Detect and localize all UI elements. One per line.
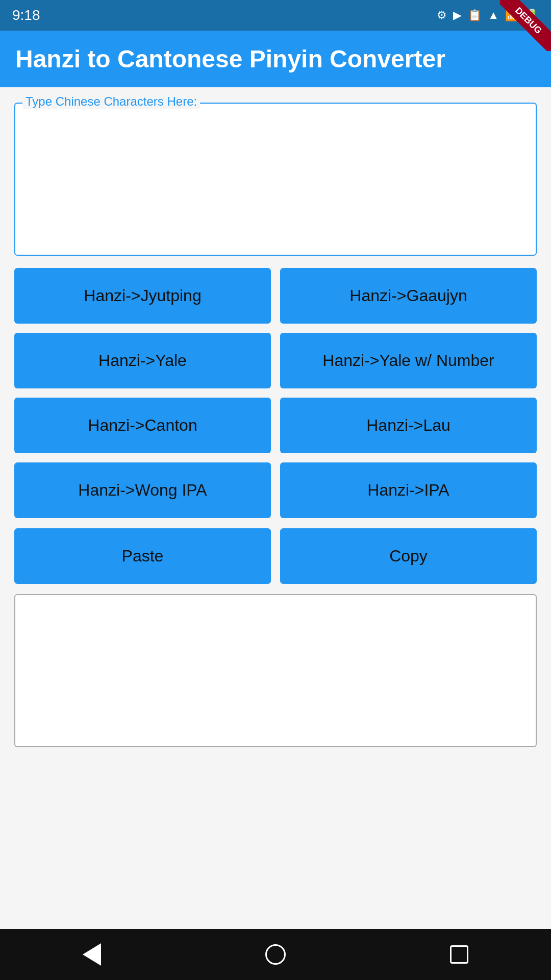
app-title: Hanzi to Cantonese Pinyin Converter [15,45,536,73]
main-content: Type Chinese Characters Here: Hanzi->Jyu… [0,87,551,929]
chinese-input[interactable] [14,103,537,256]
hanzi-canton-button[interactable]: Hanzi->Canton [14,398,271,453]
recent-icon [450,945,468,964]
input-container: Type Chinese Characters Here: [14,103,537,258]
hanzi-gaaujyn-button[interactable]: Hanzi->Gaaujyn [280,268,537,324]
nav-bar [0,929,551,980]
paste-button[interactable]: Paste [14,528,271,584]
hanzi-jyutping-button[interactable]: Hanzi->Jyutping [14,268,271,324]
play-protect-icon: ▶ [453,9,462,22]
home-icon [265,944,286,965]
debug-banner [500,0,551,51]
hanzi-yale-button[interactable]: Hanzi->Yale [14,333,271,388]
back-icon [83,943,101,966]
action-buttons: Paste Copy [14,528,537,584]
clipboard-icon: 📋 [468,9,482,22]
copy-button[interactable]: Copy [280,528,537,584]
hanzi-yale-number-button[interactable]: Hanzi->Yale w/ Number [280,333,537,388]
home-button[interactable] [255,934,296,975]
recent-button[interactable] [439,934,480,975]
hanzi-ipa-button[interactable]: Hanzi->IPA [280,462,537,518]
wifi-icon: ▲ [488,9,499,22]
output-container [14,594,537,749]
status-bar: 9:18 ⚙ ▶ 📋 ▲ 📶 🔋 [0,0,551,31]
conversion-buttons-grid: Hanzi->Jyutping Hanzi->Gaaujyn Hanzi->Ya… [14,268,537,518]
hanzi-lau-button[interactable]: Hanzi->Lau [280,398,537,453]
back-button[interactable] [71,934,112,975]
app-bar: Hanzi to Cantonese Pinyin Converter [0,31,551,87]
output-text[interactable] [14,594,537,747]
hanzi-wong-ipa-button[interactable]: Hanzi->Wong IPA [14,462,271,518]
settings-icon: ⚙ [437,9,447,22]
status-time: 9:18 [12,7,40,23]
input-label: Type Chinese Characters Here: [22,94,200,109]
